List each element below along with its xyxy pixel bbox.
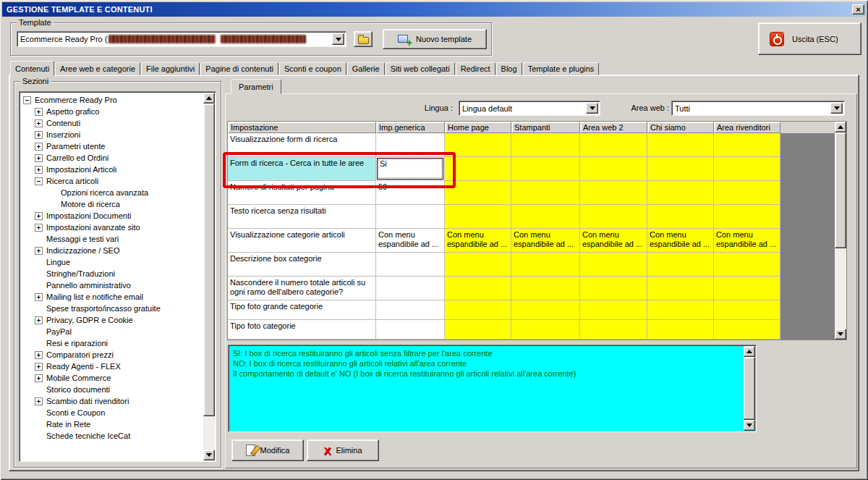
tree-item-label[interactable]: Schede tecniche IceCat <box>46 431 130 440</box>
area-value-cell[interactable] <box>445 205 511 229</box>
lingua-combo-dropdown-button[interactable] <box>586 103 598 114</box>
tree-item[interactable]: Comparatori prezzi <box>21 349 203 361</box>
tree-item-label[interactable]: PayPal <box>46 327 72 336</box>
area-web-combo[interactable]: Tutti <box>671 101 845 116</box>
tree-item[interactable]: Schede tecniche IceCat <box>21 430 203 442</box>
area-value-cell[interactable] <box>647 133 714 157</box>
scroll-down-button[interactable] <box>203 450 215 460</box>
area-value-cell[interactable] <box>445 157 511 181</box>
tree-item[interactable]: Ecommerce Ready Pro <box>21 94 203 106</box>
tab-contenuti[interactable]: Contenuti <box>10 61 54 76</box>
tree-item[interactable]: Mobile Commerce <box>21 372 203 384</box>
area-value-cell[interactable] <box>445 133 511 157</box>
tree-item[interactable]: Motore di ricerca <box>21 198 203 210</box>
area-value-cell[interactable] <box>445 181 511 205</box>
tree-item[interactable]: Pannello amministrativo <box>21 279 203 291</box>
expand-plus-icon[interactable] <box>35 374 43 382</box>
area-value-cell[interactable] <box>445 300 511 320</box>
expand-plus-icon[interactable] <box>35 119 43 127</box>
area-value-cell[interactable] <box>580 320 647 340</box>
table-scrollbar[interactable] <box>835 122 846 340</box>
tree-item-label[interactable]: Ecommerce Ready Pro <box>35 96 117 104</box>
area-value-cell[interactable]: Con menu espandibile ad ... <box>714 229 780 253</box>
tree-scrollbar-thumb[interactable] <box>203 104 215 416</box>
area-value-cell[interactable] <box>714 181 780 205</box>
area-value-cell[interactable] <box>580 133 647 157</box>
generic-value-cell[interactable]: 50 <box>376 181 445 205</box>
tree-item-label[interactable]: Sconti e Coupon <box>46 408 105 417</box>
generic-value-cell[interactable] <box>376 205 445 229</box>
scroll-up-button[interactable] <box>744 346 755 357</box>
tree-item-label[interactable]: Mailing list e notifiche email <box>46 292 143 301</box>
generic-value-cell[interactable]: Con menu espandibile ad ... <box>376 229 445 253</box>
tree-item[interactable]: Impostazioni Articoli <box>21 164 203 175</box>
area-value-cell[interactable] <box>580 300 647 320</box>
expand-plus-icon[interactable] <box>35 108 43 116</box>
tab-pagine-di-contenuti[interactable]: Pagine di contenuti <box>200 62 278 75</box>
tree-item-label[interactable]: Inserzioni <box>46 130 80 139</box>
open-folder-button[interactable] <box>354 31 373 47</box>
area-value-cell[interactable]: Con menu espandibile ad ... <box>445 229 511 253</box>
expand-plus-icon[interactable] <box>35 212 43 220</box>
tree-item[interactable]: Carrello ed Ordini <box>21 152 203 164</box>
tree-item-label[interactable]: Spese trasporto/incasso gratuite <box>46 304 161 313</box>
lingua-combo[interactable]: Lingua default <box>459 101 600 116</box>
area-value-cell[interactable]: Con menu espandibile ad ... <box>511 229 580 253</box>
tree-item[interactable]: Impostazioni avanzate sito <box>21 222 203 233</box>
tree-item-label[interactable]: Contenuti <box>46 119 80 127</box>
generic-value-cell[interactable] <box>376 320 445 340</box>
setting-name-cell[interactable]: Tipo foto categorie <box>228 320 376 340</box>
tab-gallerie[interactable]: Gallerie <box>347 62 385 75</box>
area-value-cell[interactable] <box>511 205 580 229</box>
tree-item-label[interactable]: Impostazioni avanzate sito <box>46 223 140 232</box>
expand-plus-icon[interactable] <box>35 131 43 139</box>
scroll-down-button[interactable] <box>744 420 755 431</box>
setting-name-cell[interactable]: Tipo foto grande categorie <box>228 300 376 320</box>
tree-item-label[interactable]: Impostazioni Documenti <box>46 211 131 220</box>
area-value-cell[interactable] <box>511 157 580 181</box>
area-value-cell[interactable] <box>714 300 780 320</box>
area-value-cell[interactable] <box>714 277 780 300</box>
info-scrollbar[interactable] <box>744 346 755 431</box>
tree-item-label[interactable]: Opzioni ricerca avanzata <box>61 188 148 197</box>
tab-blog[interactable]: Blog <box>496 62 522 75</box>
tree-item-label[interactable]: Pannello amministrativo <box>46 281 131 290</box>
tree-item-label[interactable]: Carrello ed Ordini <box>46 153 109 162</box>
expand-plus-icon[interactable] <box>35 154 43 162</box>
area-value-cell[interactable] <box>511 320 580 340</box>
area-value-cell[interactable] <box>580 205 647 229</box>
setting-name-cell[interactable]: Numero di risultati per pagina <box>228 181 376 205</box>
tree-item[interactable]: Aspetto grafico <box>21 106 203 117</box>
tab-aree-web-e-categorie[interactable]: Aree web e categorie <box>55 62 140 75</box>
collapse-minus-icon[interactable] <box>35 177 43 185</box>
tab-file-aggiuntivi[interactable]: File aggiuntivi <box>141 62 200 75</box>
tree-item[interactable]: Indicizzazione / SEO <box>21 245 203 256</box>
area-value-cell[interactable] <box>714 205 780 229</box>
expand-plus-icon[interactable] <box>35 293 43 301</box>
generic-value-cell[interactable] <box>376 300 445 320</box>
setting-name-cell[interactable]: Visualizzazione form di ricerca <box>228 133 376 157</box>
area-value-cell[interactable] <box>647 320 714 340</box>
area-value-cell[interactable] <box>580 277 647 300</box>
expand-plus-icon[interactable] <box>35 166 43 174</box>
tree-item-label[interactable]: Motore di ricerca <box>61 200 120 209</box>
area-value-cell[interactable] <box>714 320 780 340</box>
tree-item-label[interactable]: Parametri utente <box>46 142 105 151</box>
table-scrollbar-thumb[interactable] <box>835 132 846 248</box>
area-value-cell[interactable] <box>580 253 647 277</box>
area-value-cell[interactable] <box>647 277 714 300</box>
area-value-cell[interactable] <box>511 133 580 157</box>
tree-item-label[interactable]: Messaggi e testi vari <box>46 235 119 243</box>
scroll-up-button[interactable] <box>835 122 846 132</box>
info-scrollbar-thumb[interactable] <box>744 357 755 420</box>
tree-item[interactable]: Sconti e Coupon <box>21 407 203 418</box>
area-value-cell[interactable] <box>445 253 511 277</box>
generic-value-cell[interactable] <box>376 277 445 300</box>
area-value-cell[interactable] <box>714 157 780 181</box>
tree-item[interactable]: Mailing list e notifiche email <box>21 291 203 303</box>
exit-button[interactable]: Uscita (ESC) <box>758 22 861 55</box>
setting-name-cell[interactable]: Descrizione box categorie <box>228 253 376 277</box>
tree-item[interactable]: Stringhe/Traduzioni <box>21 268 203 279</box>
tree-item[interactable]: Privacy, GDPR e Cookie <box>21 314 203 326</box>
tree-item[interactable]: Ready Agenti - FLEX <box>21 361 203 372</box>
